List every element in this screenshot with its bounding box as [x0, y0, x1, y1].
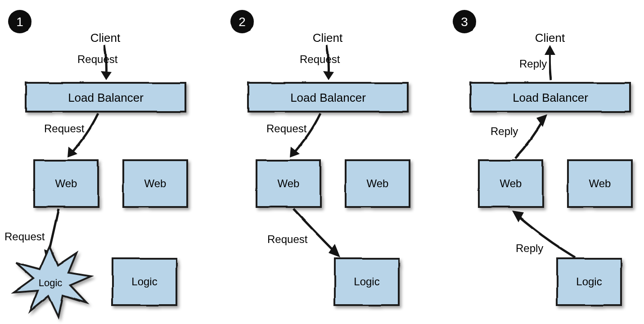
load-balancer-label: Load Balancer	[68, 91, 144, 104]
svg-text:Request: Request	[300, 53, 340, 65]
logic-left-label: Logic	[39, 277, 63, 288]
svg-text:Reply: Reply	[519, 58, 547, 70]
client-label: Client	[535, 31, 565, 45]
web-left-label: Web	[55, 177, 77, 189]
panel-badge-3: 3	[453, 10, 476, 33]
edge-logic-to-web: Reply	[512, 211, 575, 257]
panel-badge-1: 1	[8, 10, 32, 33]
svg-text:Request: Request	[77, 53, 118, 65]
svg-text:Reply: Reply	[491, 125, 518, 137]
web-right-label: Web	[589, 177, 611, 189]
svg-text:3: 3	[461, 15, 468, 29]
edge-lb-to-web: Request	[266, 113, 320, 158]
panel-badge-2: 2	[230, 10, 254, 33]
svg-text:Request: Request	[44, 122, 85, 135]
logic-right-label: Logic	[354, 275, 379, 288]
edge-lb-to-client: Reply	[519, 45, 555, 80]
svg-text:1: 1	[16, 15, 23, 29]
edge-web-to-lb: Reply	[491, 114, 547, 158]
svg-text:Request: Request	[267, 233, 308, 245]
diagram-canvas: 1 Client Request Load Balancer Request W…	[0, 0, 644, 324]
panel-2: 2 Client Request Load Balancer Request W…	[230, 10, 410, 305]
edge-client-to-lb: Request	[300, 45, 340, 80]
edge-client-to-lb: Request	[77, 45, 118, 80]
panel-1: 1 Client Request Load Balancer Request W…	[5, 10, 187, 317]
web-left-label: Web	[278, 177, 300, 189]
load-balancer-label: Load Balancer	[513, 91, 588, 104]
web-right-label: Web	[144, 177, 167, 189]
edge-web-to-logic: Request	[267, 209, 340, 257]
svg-text:Request: Request	[5, 230, 45, 243]
client-label: Client	[313, 31, 343, 45]
client-label: Client	[90, 31, 121, 45]
load-balancer-label: Load Balancer	[290, 91, 366, 104]
logic-right-label: Logic	[576, 275, 602, 288]
svg-text:Request: Request	[266, 122, 307, 135]
svg-marker-30	[536, 114, 547, 127]
svg-text:Reply: Reply	[516, 242, 543, 254]
logic-right-label: Logic	[131, 275, 157, 288]
svg-text:2: 2	[239, 15, 246, 29]
svg-marker-2	[101, 71, 112, 80]
web-left-label: Web	[500, 177, 522, 189]
panel-3: 3 Client Reply Load Balancer Reply Web W…	[453, 10, 632, 305]
web-right-label: Web	[367, 177, 389, 189]
edge-lb-to-web: Request	[44, 113, 98, 158]
svg-marker-27	[545, 45, 555, 55]
svg-marker-15	[323, 71, 334, 80]
